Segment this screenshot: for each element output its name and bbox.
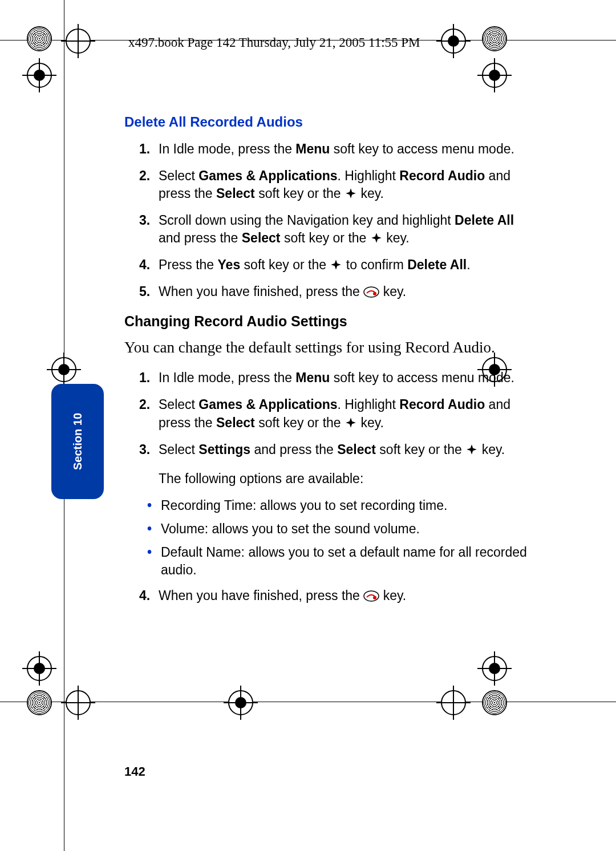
intro-text: You can change the default settings for … (124, 338, 535, 358)
steps-delete-all: In Idle mode, press the Menu soft key to… (124, 140, 535, 301)
crop-mark (66, 29, 91, 54)
end-key-icon (363, 590, 379, 602)
svg-point-1 (373, 292, 376, 295)
crop-mark (441, 29, 466, 54)
crop-mark-ring (27, 26, 52, 51)
svg-point-2 (364, 591, 379, 601)
crop-mark (27, 63, 52, 88)
nav-key-icon (465, 443, 478, 456)
nav-key-icon (370, 232, 383, 244)
page-content: Delete All Recorded Audios In Idle mode,… (124, 114, 535, 617)
options-list: Recording Time: allows you to set record… (147, 497, 535, 579)
step-item: When you have finished, press the key. (159, 283, 535, 301)
end-key-icon (363, 286, 379, 298)
heading-change-settings: Changing Record Audio Settings (124, 313, 535, 330)
crop-mark (228, 690, 253, 715)
step-item: Select Games & Applications. Highlight R… (159, 396, 535, 431)
step-item: Press the Yes soft key or the to confirm… (159, 256, 535, 274)
crop-mark-ring (482, 690, 507, 715)
section-tab: Section 10 (51, 384, 104, 499)
step-item: Select Games & Applications. Highlight R… (159, 167, 535, 202)
crop-mark (482, 656, 507, 681)
heading-delete-all: Delete All Recorded Audios (124, 114, 535, 130)
options-note: The following options are available: (159, 471, 535, 487)
nav-key-icon (345, 187, 357, 200)
svg-point-3 (373, 596, 376, 599)
page-number: 142 (124, 764, 145, 779)
step-item: In Idle mode, press the Menu soft key to… (159, 369, 535, 387)
list-item: Volume: allows you to set the sound volu… (147, 520, 535, 538)
crop-mark (27, 656, 52, 681)
step-item: Scroll down using the Navigation key and… (159, 212, 535, 247)
step-item: In Idle mode, press the Menu soft key to… (159, 140, 535, 158)
crop-mark (482, 63, 507, 88)
step-item: When you have finished, press the key. (159, 587, 535, 605)
nav-key-icon (345, 416, 357, 429)
crop-mark-ring (27, 690, 52, 715)
section-tab-label: Section 10 (71, 413, 84, 470)
crop-mark (441, 690, 466, 715)
crop-mark-ring (482, 26, 507, 51)
step-item: Select Settings and press the Select sof… (159, 441, 535, 459)
crop-mark (51, 357, 76, 382)
list-item: Default Name: allows you to set a defaul… (147, 544, 535, 579)
page-header: x497.book Page 142 Thursday, July 21, 20… (128, 35, 420, 50)
steps-change-settings: In Idle mode, press the Menu soft key to… (124, 369, 535, 458)
crop-mark (66, 690, 91, 715)
steps-change-settings-cont: When you have finished, press the key. (124, 587, 535, 605)
list-item: Recording Time: allows you to set record… (147, 497, 535, 514)
svg-point-0 (364, 287, 379, 297)
nav-key-icon (330, 258, 342, 271)
